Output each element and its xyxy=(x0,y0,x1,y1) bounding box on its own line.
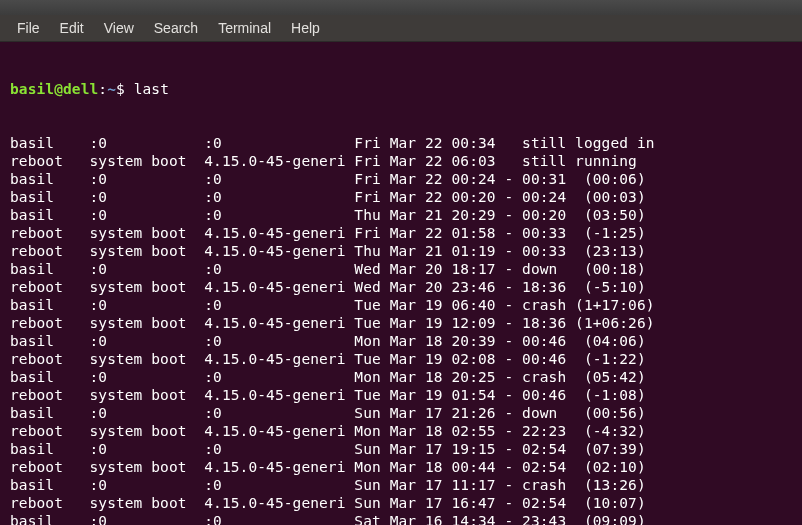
output-row: reboot system boot 4.15.0-45-generi Wed … xyxy=(10,278,796,296)
output-row: basil :0 :0 Sun Mar 17 11:17 - crash (13… xyxy=(10,476,796,494)
menu-search[interactable]: Search xyxy=(145,16,207,40)
output-row: basil :0 :0 Sun Mar 17 21:26 - down (00:… xyxy=(10,404,796,422)
output-row: basil :0 :0 Mon Mar 18 20:25 - crash (05… xyxy=(10,368,796,386)
output-row: basil :0 :0 Fri Mar 22 00:34 still logge… xyxy=(10,134,796,152)
menu-view[interactable]: View xyxy=(95,16,143,40)
output-row: reboot system boot 4.15.0-45-generi Fri … xyxy=(10,152,796,170)
output-row: reboot system boot 4.15.0-45-generi Mon … xyxy=(10,458,796,476)
menu-file[interactable]: File xyxy=(8,16,49,40)
terminal-viewport[interactable]: basil@dell:~$ last basil :0 :0 Fri Mar 2… xyxy=(0,42,802,525)
output-row: basil :0 :0 Fri Mar 22 00:20 - 00:24 (00… xyxy=(10,188,796,206)
window-titlebar xyxy=(0,0,802,15)
output-row: basil :0 :0 Thu Mar 21 20:29 - 00:20 (03… xyxy=(10,206,796,224)
output-row: basil :0 :0 Tue Mar 19 06:40 - crash (1+… xyxy=(10,296,796,314)
output-row: reboot system boot 4.15.0-45-generi Fri … xyxy=(10,224,796,242)
prompt-path: ~ xyxy=(107,81,116,97)
output-row: reboot system boot 4.15.0-45-generi Tue … xyxy=(10,350,796,368)
menu-edit[interactable]: Edit xyxy=(51,16,93,40)
output-rows: basil :0 :0 Fri Mar 22 00:34 still logge… xyxy=(10,134,796,525)
output-row: basil :0 :0 Sun Mar 17 19:15 - 02:54 (07… xyxy=(10,440,796,458)
output-row: basil :0 :0 Fri Mar 22 00:24 - 00:31 (00… xyxy=(10,170,796,188)
output-row: reboot system boot 4.15.0-45-generi Thu … xyxy=(10,242,796,260)
menubar: File Edit View Search Terminal Help xyxy=(0,15,802,42)
prompt-line: basil@dell:~$ last xyxy=(10,80,796,98)
output-row: basil :0 :0 Sat Mar 16 14:34 - 23:43 (09… xyxy=(10,512,796,525)
output-row: reboot system boot 4.15.0-45-generi Tue … xyxy=(10,386,796,404)
menu-help[interactable]: Help xyxy=(282,16,329,40)
prompt-symbol: $ xyxy=(116,81,134,97)
prompt-colon: : xyxy=(98,81,107,97)
output-row: basil :0 :0 Mon Mar 18 20:39 - 00:46 (04… xyxy=(10,332,796,350)
menu-terminal[interactable]: Terminal xyxy=(209,16,280,40)
prompt-at: @ xyxy=(54,81,63,97)
prompt-user: basil xyxy=(10,81,54,97)
output-row: reboot system boot 4.15.0-45-generi Sun … xyxy=(10,494,796,512)
output-row: basil :0 :0 Wed Mar 20 18:17 - down (00:… xyxy=(10,260,796,278)
output-row: reboot system boot 4.15.0-45-generi Mon … xyxy=(10,422,796,440)
output-row: reboot system boot 4.15.0-45-generi Tue … xyxy=(10,314,796,332)
command-text: last xyxy=(134,81,169,97)
prompt-host: dell xyxy=(63,81,98,97)
